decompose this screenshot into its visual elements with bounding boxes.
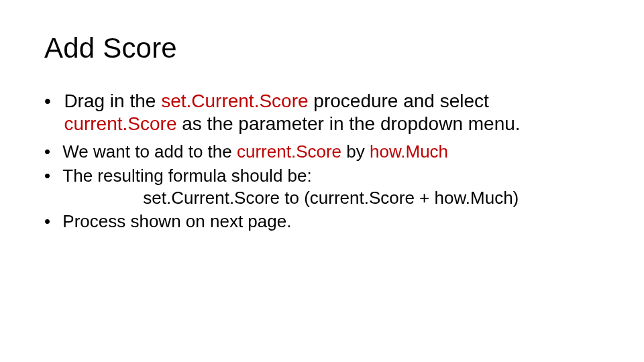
bullet-sub-1: • We want to add to the current.Score by… [44,141,600,163]
text-fragment: Drag in the [64,90,161,111]
text-fragment: We want to add to the [62,141,237,162]
bullet-main-text: Drag in the set.Current.Score procedure … [64,90,600,135]
bullet-sub-3-text: Process shown on next page. [62,210,600,233]
keyword-howmuch: how.Much [370,141,448,162]
bullet-main: • Drag in the set.Current.Score procedur… [44,90,600,135]
bullet-icon: • [44,141,62,163]
bullet-sub-1-text: We want to add to the current.Score by h… [62,141,600,163]
text-fragment: by [341,141,370,162]
keyword-currentscore: current.Score [64,113,176,134]
slide-title: Add Score [44,32,600,64]
slide-body: • Drag in the set.Current.Score procedur… [44,90,600,233]
keyword-setcurrentscore: set.Current.Score [161,90,308,111]
text-fragment: as the parameter in the dropdown menu. [176,113,520,134]
bullet-icon: • [44,210,62,233]
bullet-sub-2: • The resulting formula should be: set.C… [44,165,600,210]
text-fragment: procedure and select [309,90,489,111]
bullet-sub-3: • Process shown on next page. [44,210,600,233]
sub-bullets: • We want to add to the current.Score by… [44,141,600,233]
bullet-sub-2-text: The resulting formula should be: set.Cur… [62,165,600,210]
formula-line: set.Current.Score to (current.Score + ho… [62,187,600,209]
text-line: The resulting formula should be: [62,165,600,187]
bullet-icon: • [44,90,64,135]
slide: Add Score • Drag in the set.Current.Scor… [0,0,644,362]
bullet-icon: • [44,165,62,210]
keyword-currentscore: current.Score [237,141,341,162]
